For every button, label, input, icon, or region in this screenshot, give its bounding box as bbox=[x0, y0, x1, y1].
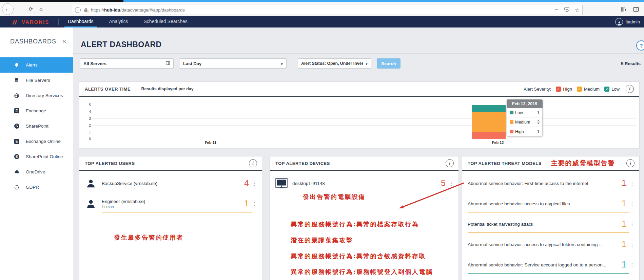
chart-subtitle: Results displayed per day bbox=[141, 87, 194, 91]
sidebar-item-sharepoint[interactable]: SSharePoint bbox=[0, 118, 73, 134]
page-actions-icon[interactable]: ••• bbox=[554, 8, 559, 12]
exchange-online-icon: E bbox=[14, 138, 20, 145]
library-icon[interactable] bbox=[619, 2, 628, 16]
alert-status-value: Alert Status: Open, Under Investigati... bbox=[301, 61, 363, 66]
search-button[interactable]: Search bbox=[377, 58, 401, 69]
pocket-icon[interactable] bbox=[564, 7, 569, 13]
forward-button[interactable]: → bbox=[16, 2, 24, 16]
legend-entry-label: Low bbox=[611, 87, 620, 92]
threat-model-row[interactable]: Abnormal service behavior: First-time ac… bbox=[462, 173, 639, 194]
item-menu-button[interactable]: ⋮ bbox=[252, 181, 258, 187]
user-menu[interactable]: itadmin bbox=[615, 16, 640, 27]
tab-analytics[interactable]: Analytics bbox=[106, 16, 132, 26]
y-axis-tick: 4 bbox=[83, 110, 91, 114]
nav-divider bbox=[58, 19, 59, 25]
reload-button[interactable]: ⟳ bbox=[27, 2, 35, 16]
sidebar-item-exchange-online[interactable]: EExchange Online bbox=[0, 134, 73, 149]
card-title: TOP ALERTED USERS bbox=[85, 161, 135, 166]
legend-entry-medium[interactable]: ✓Medium bbox=[577, 87, 600, 92]
alerts-over-time-card: ALERTS OVER TIME | Results displayed per… bbox=[79, 81, 640, 148]
varonis-logo[interactable]: VARONIS bbox=[12, 16, 49, 27]
username: itadmin bbox=[626, 19, 640, 24]
chart-info-icon[interactable]: i bbox=[626, 85, 634, 93]
bar-segment-low bbox=[472, 105, 506, 112]
x-axis-label: Feb 12 bbox=[492, 141, 504, 145]
sidebar-item-label: Alerts bbox=[26, 62, 38, 68]
alert-count: 1 bbox=[619, 199, 629, 209]
forward-icon: → bbox=[17, 6, 23, 12]
alert-count: 1 bbox=[619, 219, 629, 229]
bell-icon bbox=[14, 62, 20, 68]
threat-translation-note: 異常的服務帳號行為:異常的檔案存取行為 bbox=[291, 220, 419, 228]
page-info-icon[interactable]: i bbox=[75, 7, 81, 13]
chart-header: ALERTS OVER TIME | Results displayed per… bbox=[79, 82, 639, 96]
threat-model-row[interactable]: Potential ticket harvesting attack1⋮ bbox=[462, 214, 639, 235]
server-filter-dropdown[interactable]: All Servers bbox=[80, 58, 174, 69]
gridline bbox=[93, 112, 637, 112]
item-menu-button[interactable]: ⋮ bbox=[629, 201, 635, 207]
help-button[interactable]: ? bbox=[636, 40, 644, 51]
x-axis bbox=[93, 139, 637, 139]
threat-translation-note: 潛在的票證蒐集攻擊 bbox=[291, 236, 353, 244]
tab-scheduled-searches[interactable]: Scheduled Searches bbox=[140, 16, 191, 26]
sidebar-item-label: OneDrive bbox=[26, 169, 45, 174]
item-menu-button[interactable]: ⋮ bbox=[629, 242, 635, 248]
alert-count: 4 bbox=[241, 178, 252, 189]
back-button[interactable]: ← bbox=[2, 2, 14, 16]
item-menu-button[interactable]: ⋮ bbox=[252, 201, 258, 207]
legend-checkbox-high[interactable]: ✓ bbox=[556, 87, 561, 92]
tooltip-series-name: Low bbox=[515, 110, 523, 115]
alerted-user-row[interactable]: Engineer (vrnslab.se)Human1⋮ bbox=[79, 194, 262, 214]
legend-entry-low[interactable]: ✓Low bbox=[604, 87, 620, 92]
sidebar-item-directory-services[interactable]: Directory Services bbox=[0, 88, 73, 103]
legend-checkbox-low[interactable]: ✓ bbox=[604, 87, 609, 92]
time-range-dropdown[interactable]: Last Day ∨ bbox=[180, 58, 287, 69]
item-menu-button[interactable]: ⋮ bbox=[629, 262, 635, 268]
bookmark-star-icon[interactable]: ☆ bbox=[575, 7, 580, 13]
alert-status-dropdown[interactable]: Alert Status: Open, Under Investigati...… bbox=[298, 58, 371, 69]
sidebar-item-exchange[interactable]: EExchange bbox=[0, 103, 73, 118]
reload-icon: ⟳ bbox=[29, 6, 33, 12]
sidebar-toggle-icon[interactable] bbox=[631, 2, 640, 16]
sidebar-item-onedrive[interactable]: OneDrive bbox=[0, 164, 73, 180]
item-menu-button[interactable]: ⋮ bbox=[629, 221, 635, 227]
server-filter-value: All Servers bbox=[83, 61, 106, 66]
sidebar-item-alerts[interactable]: Alerts bbox=[0, 57, 73, 73]
threat-model-row[interactable]: Abnormal service behavior: access to aty… bbox=[462, 194, 639, 214]
bar-segment-medium bbox=[472, 112, 506, 132]
lock-icon: ⚠ bbox=[83, 7, 88, 12]
tooltip-series-value: 3 bbox=[537, 120, 540, 125]
alert-count: 1 bbox=[619, 239, 629, 250]
annotation-arrow bbox=[395, 181, 465, 211]
home-button[interactable]: ⌂ bbox=[37, 2, 45, 16]
y-axis-tick: 2 bbox=[83, 123, 91, 127]
item-menu-button[interactable]: ⋮ bbox=[629, 181, 635, 187]
card-info-icon[interactable]: i bbox=[446, 159, 454, 167]
mixed-content-warning-icon: ⚠ bbox=[87, 10, 90, 13]
sidebar-collapse-button[interactable]: « bbox=[62, 37, 66, 45]
url-bar[interactable]: i ⚠ https://hub-idu/datadvantage/#/app/d… bbox=[72, 5, 583, 15]
alert-item-title: Engineer (vrnslab.se) bbox=[102, 199, 145, 204]
exchange-icon: E bbox=[14, 108, 20, 114]
legend-entry-high[interactable]: ✓High bbox=[556, 87, 572, 92]
y-axis-tick: 3 bbox=[83, 116, 91, 120]
stacked-bar-feb-12[interactable] bbox=[472, 105, 506, 139]
brand-name: VARONIS bbox=[22, 19, 49, 25]
page-title: ALERT DASHBOARD bbox=[81, 40, 162, 49]
card-info-icon[interactable]: i bbox=[249, 159, 257, 167]
legend-checkbox-medium[interactable]: ✓ bbox=[577, 87, 582, 92]
alert-item-subtitle: Human bbox=[102, 205, 145, 209]
tooltip-row-high: High1 bbox=[507, 127, 542, 136]
sidebar-item-file-servers[interactable]: File Servers bbox=[0, 73, 73, 88]
alerted-user-row[interactable]: BackupService (vrnslab.se)4⋮ bbox=[79, 173, 262, 194]
tooltip-swatch bbox=[510, 130, 513, 133]
y-axis-tick: 1 bbox=[83, 130, 91, 134]
sidebar-item-sharepoint-online[interactable]: SSharePoint Online bbox=[0, 149, 73, 164]
threat-model-row[interactable]: Abnormal service behavior: Service accou… bbox=[462, 255, 639, 275]
threat-model-row[interactable]: Abnormal service behavior: access to aty… bbox=[462, 235, 639, 255]
sidebar-item-gdpr[interactable]: GDPR bbox=[0, 180, 73, 195]
cloud-icon bbox=[14, 169, 20, 175]
tab-dashboards[interactable]: Dashboards bbox=[64, 16, 97, 27]
card-info-icon[interactable]: i bbox=[626, 159, 635, 167]
chart-title: ALERTS OVER TIME bbox=[85, 87, 131, 92]
